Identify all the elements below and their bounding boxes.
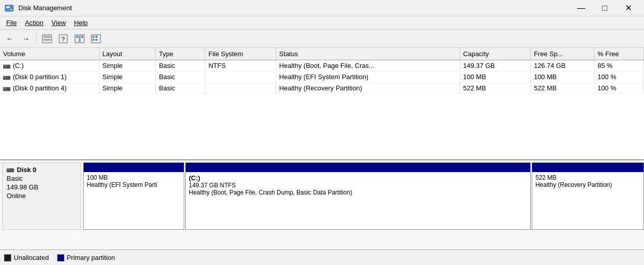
col-pctfree: % Free (594, 48, 643, 60)
partition[interactable]: 100 MBHealthy (EFI System Parti (83, 162, 184, 230)
disk-size: 149.98 GB (7, 183, 77, 191)
partition-name: (C:) (189, 174, 527, 182)
disk-icon (7, 167, 15, 173)
cell-volume: (C:) (0, 60, 99, 71)
col-status: Status (276, 48, 460, 60)
svg-rect-13 (92, 36, 94, 38)
svg-rect-10 (76, 36, 78, 38)
disk-view-button[interactable] (72, 32, 87, 46)
table-row[interactable]: (Disk 0 partition 1)SimpleBasicHealthy (… (0, 71, 644, 83)
partition-status: Healthy (Recovery Partition) (535, 181, 640, 188)
cell-type: Basic (156, 71, 205, 83)
partition-body: (C:)149.37 GB NTFSHealthy (Boot, Page Fi… (186, 172, 530, 229)
disk-name: Disk 0 (7, 166, 77, 174)
cell-free: 100 MB (531, 71, 595, 83)
disk-row: Disk 0 Basic 149.98 GB Online 100 MBHeal… (2, 160, 644, 232)
svg-rect-4 (43, 36, 51, 38)
volume-icon (3, 62, 13, 69)
svg-rect-11 (81, 36, 83, 38)
disk-label: Disk 0 Basic 149.98 GB Online (2, 162, 81, 230)
cell-pctfree: 85 % (594, 60, 643, 71)
table-header-row: Volume Layout Type File System Status Ca… (0, 48, 644, 60)
col-filesystem: File System (205, 48, 276, 60)
col-capacity: Capacity (460, 48, 531, 60)
minimize-button[interactable]: — (569, 0, 593, 16)
unallocated-label: Unallocated (14, 254, 49, 261)
title-bar: Disk Management — □ ✕ (0, 0, 644, 16)
menu-bar: File Action View Help (0, 16, 644, 30)
partition-body: 100 MBHealthy (EFI System Parti (84, 172, 184, 229)
partition-header (84, 163, 184, 172)
svg-point-2 (10, 9, 12, 11)
legend-primary: Primary partition (57, 254, 115, 261)
cell-free: 522 MB (531, 83, 595, 94)
disk-list-button[interactable] (39, 32, 55, 46)
cell-layout: Simple (99, 83, 156, 94)
cell-type: Basic (156, 60, 205, 71)
close-button[interactable]: ✕ (616, 0, 640, 16)
cell-volume: (Disk 0 partition 1) (0, 71, 99, 83)
disk-area-scroll[interactable]: Disk 0 Basic 149.98 GB Online 100 MBHeal… (0, 160, 644, 249)
window-title: Disk Management (18, 4, 72, 12)
svg-rect-16 (95, 39, 97, 41)
cell-pctfree: 100 % (594, 71, 643, 83)
help-button[interactable]: ? (56, 32, 71, 46)
disk-status: Online (7, 192, 77, 200)
svg-rect-24 (7, 169, 10, 170)
cell-filesystem: NTFS (205, 60, 276, 71)
cell-layout: Simple (99, 71, 156, 83)
maximize-button[interactable]: □ (593, 0, 616, 16)
cell-type: Basic (156, 83, 205, 94)
svg-text:?: ? (61, 36, 65, 43)
col-type: Type (156, 48, 205, 60)
partition-size: 149.37 GB NTFS (189, 182, 527, 189)
forward-button[interactable]: → (18, 32, 34, 46)
svg-rect-22 (4, 88, 6, 89)
table-row[interactable]: (Disk 0 partition 4)SimpleBasicHealthy (… (0, 83, 644, 94)
cell-capacity: 522 MB (460, 83, 531, 94)
unallocated-color-box (4, 254, 11, 261)
partition-size: 522 MB (535, 174, 640, 181)
volume-icon (3, 73, 13, 81)
cell-status: Healthy (EFI System Partition) (276, 71, 460, 83)
volume-table-container[interactable]: Volume Layout Type File System Status Ca… (0, 48, 644, 160)
partition-body: 522 MBHealthy (Recovery Partition) (532, 172, 643, 229)
cell-filesystem (205, 71, 276, 83)
cell-capacity: 149.37 GB (460, 60, 531, 71)
col-layout: Layout (99, 48, 156, 60)
svg-rect-14 (95, 36, 97, 38)
legend-unallocated: Unallocated (4, 254, 49, 261)
primary-color-box (57, 254, 64, 261)
col-free: Free Sp... (531, 48, 595, 60)
partition-status: Healthy (Boot, Page File, Crash Dump, Ba… (189, 189, 527, 196)
cell-volume: (Disk 0 partition 4) (0, 83, 99, 94)
partition[interactable]: (C:)149.37 GB NTFSHealthy (Boot, Page Fi… (185, 162, 531, 230)
svg-rect-20 (4, 77, 6, 78)
menu-file[interactable]: File (2, 17, 21, 28)
cell-capacity: 100 MB (460, 71, 531, 83)
volume-view-button[interactable] (88, 32, 104, 46)
volume-table: Volume Layout Type File System Status Ca… (0, 48, 644, 94)
svg-rect-18 (4, 65, 6, 66)
volume-icon (3, 84, 13, 92)
primary-label: Primary partition (67, 254, 115, 261)
menu-help[interactable]: Help (70, 17, 92, 28)
menu-view[interactable]: View (47, 17, 70, 28)
legend-bar: Unallocated Primary partition (0, 250, 644, 265)
menu-action[interactable]: Action (21, 17, 47, 28)
partition-header (186, 163, 530, 172)
cell-pctfree: 100 % (594, 83, 643, 94)
toolbar: ← → ? (0, 30, 644, 48)
window-controls: — □ ✕ (569, 0, 640, 16)
partition-size: 100 MB (87, 174, 181, 181)
table-row[interactable]: (C:)SimpleBasicNTFSHealthy (Boot, Page F… (0, 60, 644, 71)
cell-status: Healthy (Boot, Page File, Cras... (276, 60, 460, 71)
disk-partitions: 100 MBHealthy (EFI System Parti(C:)149.3… (83, 162, 644, 230)
partition[interactable]: 522 MBHealthy (Recovery Partition) (532, 162, 644, 230)
col-volume: Volume (0, 48, 99, 60)
partition-header (532, 163, 643, 172)
main-content: Volume Layout Type File System Status Ca… (0, 48, 644, 265)
back-button[interactable]: ← (2, 32, 17, 46)
svg-rect-5 (43, 39, 51, 41)
toolbar-separator-1 (36, 34, 37, 44)
